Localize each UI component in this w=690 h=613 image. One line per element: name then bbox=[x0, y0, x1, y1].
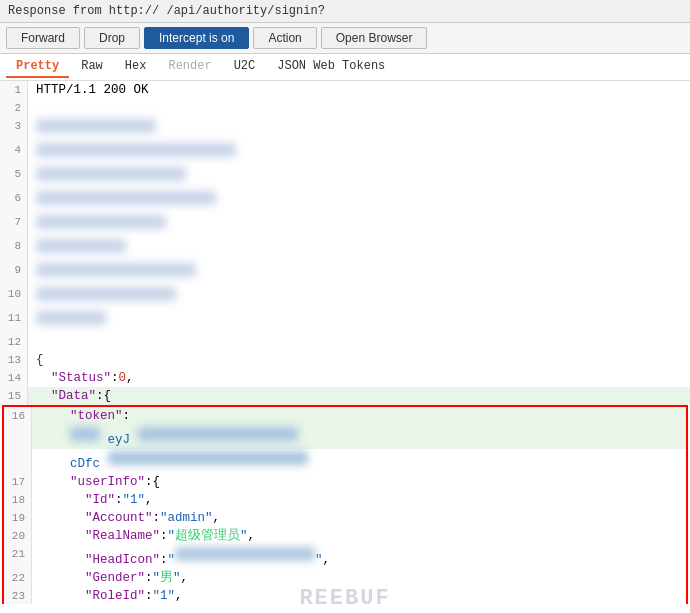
table-row: 11 bbox=[0, 309, 690, 333]
table-row: cDfc bbox=[4, 449, 686, 473]
table-row: 5 bbox=[0, 165, 690, 189]
table-row: 6 bbox=[0, 189, 690, 213]
table-row: 23 "RoleId":"1", bbox=[4, 587, 686, 604]
table-row: 17 "userInfo":{ bbox=[4, 473, 686, 491]
table-row: 8 bbox=[0, 237, 690, 261]
table-row: 20 "RealName":"超级管理员", bbox=[4, 527, 686, 545]
table-row: 1 HTTP/1.1 200 OK bbox=[0, 81, 690, 99]
code-display: 1 HTTP/1.1 200 OK 2 3 4 5 6 7 bbox=[0, 81, 690, 604]
tabs-row: Pretty Raw Hex Render U2C JSON Web Token… bbox=[0, 54, 690, 81]
intercept-button[interactable]: Intercept is on bbox=[144, 27, 249, 49]
table-row: 15 "Data":{ bbox=[0, 387, 690, 405]
table-row: eyJ bbox=[4, 425, 686, 449]
table-row: 13 { bbox=[0, 351, 690, 369]
tab-raw[interactable]: Raw bbox=[71, 56, 113, 78]
table-row: 12 bbox=[0, 333, 690, 351]
table-row: 16 "token": bbox=[4, 407, 686, 425]
tab-render[interactable]: Render bbox=[158, 56, 221, 78]
table-row: 2 bbox=[0, 99, 690, 117]
red-border-box: 16 "token": eyJ cDfc 17 "userInfo":{ bbox=[2, 405, 688, 604]
action-button[interactable]: Action bbox=[253, 27, 316, 49]
drop-button[interactable]: Drop bbox=[84, 27, 140, 49]
table-row: 19 "Account":"admin", bbox=[4, 509, 686, 527]
open-browser-button[interactable]: Open Browser bbox=[321, 27, 428, 49]
tab-u2c[interactable]: U2C bbox=[224, 56, 266, 78]
table-row: 7 bbox=[0, 213, 690, 237]
title-bar: Response from http:// /api/authority/sig… bbox=[0, 0, 690, 23]
table-row: 22 "Gender":"男", bbox=[4, 569, 686, 587]
title-text: Response from http:// /api/authority/sig… bbox=[8, 4, 325, 18]
toolbar: Forward Drop Intercept is on Action Open… bbox=[0, 23, 690, 54]
table-row: 10 bbox=[0, 285, 690, 309]
table-row: 21 "HeadIcon":"", bbox=[4, 545, 686, 569]
tab-pretty[interactable]: Pretty bbox=[6, 56, 69, 78]
table-row: 3 bbox=[0, 117, 690, 141]
table-row: 9 bbox=[0, 261, 690, 285]
table-row: 18 "Id":"1", bbox=[4, 491, 686, 509]
table-row: 14 "Status":0, bbox=[0, 369, 690, 387]
table-row: 4 bbox=[0, 141, 690, 165]
forward-button[interactable]: Forward bbox=[6, 27, 80, 49]
content-area: 1 HTTP/1.1 200 OK 2 3 4 5 6 7 bbox=[0, 81, 690, 604]
tab-json-web-tokens[interactable]: JSON Web Tokens bbox=[267, 56, 395, 78]
tab-hex[interactable]: Hex bbox=[115, 56, 157, 78]
